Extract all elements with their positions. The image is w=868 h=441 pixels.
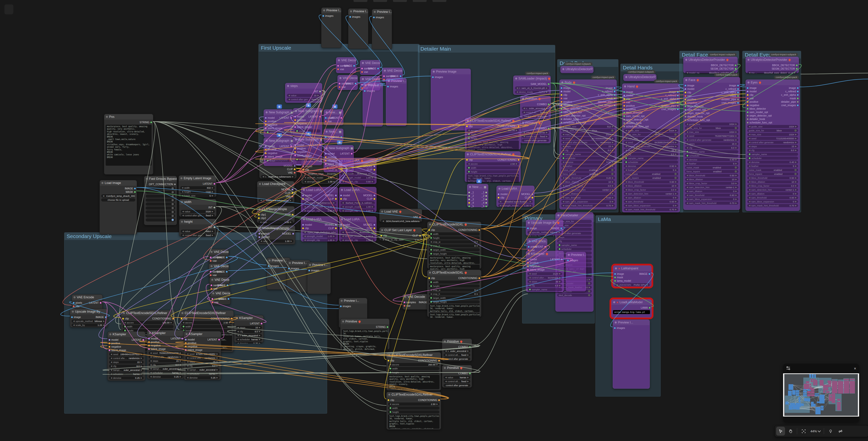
widget-choose-file-to-upload[interactable]: choose file to upload xyxy=(101,198,135,201)
input-slot-clip[interactable] xyxy=(340,198,342,200)
workflow-tab[interactable] xyxy=(373,0,387,2)
widget-toggle[interactable] xyxy=(146,191,175,194)
toggle-dot[interactable] xyxy=(735,127,737,129)
input-slot-negative[interactable] xyxy=(108,346,110,348)
widget-control-after-ge[interactable]: ◀control after ge ...fixed▶ xyxy=(444,380,470,383)
node-hand[interactable]: comfyui-impact-packHandimagemodelclipvae… xyxy=(622,84,680,212)
collapse-dot-icon[interactable] xyxy=(388,393,390,396)
widget-bbox-crop-factor[interactable]: ◀bbox_crop_factor3.0▶ xyxy=(624,188,678,191)
input-slot-samples[interactable] xyxy=(210,271,212,273)
input-slot-detailer-hook[interactable] xyxy=(561,118,562,120)
node-title-bar[interactable]: VAE Decode xyxy=(360,60,380,66)
input-slot-images[interactable] xyxy=(567,259,569,261)
widget-bbox-crop-factor[interactable]: ◀bbox_crop_factor3.0▶ xyxy=(685,182,738,185)
toggle-dot[interactable] xyxy=(172,187,174,189)
output-slot-cnet-images[interactable] xyxy=(677,108,679,110)
node-vae-decode[interactable]: VAE DecodesamplesvaeIMAGE xyxy=(209,249,229,263)
widget-target-width[interactable]: target_width xyxy=(429,296,480,300)
input-slot-bbox-detector[interactable] xyxy=(623,112,625,114)
widget-sam-detection-hint[interactable]: ◀sam_detection_hintcenter-1▶ xyxy=(624,192,678,195)
widget-steps[interactable]: ◀steps15▶ xyxy=(185,360,219,364)
output-slot-image[interactable] xyxy=(226,257,228,258)
collapse-dot-icon[interactable] xyxy=(625,76,627,78)
collapse-dot-icon[interactable] xyxy=(326,131,328,133)
node-samloader-impact[interactable]: comfyui-impact-packSAMLoader (Impact)SAM… xyxy=(513,75,551,95)
input-slot-scheduler-func-opt[interactable] xyxy=(747,122,748,123)
widget-strength-clip[interactable]: ◀strength_clip1.00▶ xyxy=(303,180,337,183)
node-preview-i[interactable]: Preview I...images xyxy=(613,319,650,389)
widget-steps[interactable]: steps xyxy=(326,166,352,170)
node-title-bar[interactable]: Primitive xyxy=(442,365,472,371)
prompt-textarea[interactable]: masterpiece, best quality, amazing quali… xyxy=(429,265,480,270)
widget-stop-at-clip-layer[interactable]: ◀stop_at_clip_layer-2▶ xyxy=(381,238,421,241)
collapse-dot-icon[interactable] xyxy=(123,312,125,314)
widget-control-after-generate[interactable]: ◀control after generaterandomize▶ xyxy=(624,145,678,148)
output-slot-sam-model[interactable] xyxy=(548,83,550,85)
input-slot-vae[interactable] xyxy=(623,101,625,103)
widget-ascore[interactable]: ◀ascore2.50▶ xyxy=(467,162,519,165)
output-slot-5[interactable] xyxy=(485,206,487,207)
node-title-bar[interactable]: Preview I... xyxy=(363,83,383,88)
node-title-bar[interactable]: UltralyticsDetectorP... xyxy=(624,74,656,80)
widget-cfg[interactable]: ◀cfg8.0▶ xyxy=(185,364,219,368)
widget-cfg[interactable]: cfg xyxy=(557,240,592,243)
output-slot-lama[interactable] xyxy=(649,307,651,309)
node-title-bar[interactable]: VAE Decode xyxy=(382,68,402,73)
widget-strength-model[interactable]: ◀strength_model1.00▶ xyxy=(303,205,336,209)
input-slot-pixels[interactable] xyxy=(325,117,327,119)
output-slot-4[interactable] xyxy=(485,202,487,204)
widget-control-after-ge[interactable]: ◀control after ge ...fixed▶ xyxy=(444,353,470,356)
widget-oversize-illustrious-gl[interactable]: ◀Oversize_..._Illustrious - Gl...▶ xyxy=(341,231,375,234)
output-slot-latent[interactable] xyxy=(290,117,292,119)
input-slot-vae[interactable] xyxy=(685,95,686,97)
node-ksampler[interactable]: KSamplermodelpositivenegativelatent_imag… xyxy=(147,330,184,379)
input-slot-3[interactable] xyxy=(468,198,470,200)
widget-crop-w[interactable]: ◀crop_w0▶ xyxy=(429,288,480,292)
widget-control-after-generate[interactable]: control after generate xyxy=(444,384,470,387)
output-slot-clip[interactable] xyxy=(374,169,375,170)
input-slot-model[interactable] xyxy=(623,95,625,96)
input-slot-model[interactable] xyxy=(498,193,499,195)
input-slot-positive[interactable] xyxy=(527,262,529,264)
node-title-bar[interactable]: CLIPTextEncodeSDXLRefiner xyxy=(465,118,520,123)
output-slot-c-enh-alpha[interactable] xyxy=(797,94,799,96)
collapse-dot-icon[interactable] xyxy=(557,214,559,216)
input-slot-samples[interactable] xyxy=(383,75,385,77)
node-title-bar[interactable]: KSampler xyxy=(184,332,221,337)
node-title-bar[interactable]: Preview I... xyxy=(386,78,406,84)
widget-width[interactable]: width xyxy=(429,232,480,235)
widget-model[interactable]: ◀model_...sam_vit_b_01ec64.pth▶ xyxy=(515,87,549,90)
widget-ascore[interactable]: ◀ascore250.00▶ xyxy=(467,129,519,132)
node-title-bar[interactable]: Preview I... xyxy=(321,8,341,13)
collapse-dot-icon[interactable] xyxy=(181,201,183,203)
collapse-dot-icon[interactable] xyxy=(747,82,749,84)
output-slot-int[interactable] xyxy=(319,91,321,92)
node-title-bar[interactable]: Upscale Image By xyxy=(70,309,107,314)
input-slot-image[interactable] xyxy=(527,227,529,229)
node-title-bar[interactable]: Hand xyxy=(622,84,680,89)
collapse-dot-icon[interactable] xyxy=(341,300,343,302)
widget-max-size[interactable]: ◀max_size1024▶ xyxy=(624,137,678,140)
collapse-dot-icon[interactable] xyxy=(295,110,297,112)
input-slot-images[interactable] xyxy=(364,90,366,92)
node-title-bar[interactable]: Load LoRA xyxy=(301,187,338,193)
node-preview-i[interactable]: Preview I...images xyxy=(566,252,586,291)
collapse-dot-icon[interactable] xyxy=(295,138,297,140)
widget-detailed-eyes-illustrio[interactable]: ◀Detailed eyes illustrio...▶ xyxy=(498,200,533,203)
input-slot-positive[interactable] xyxy=(685,98,686,100)
input-slot-latent-image[interactable] xyxy=(325,163,327,165)
collapse-dot-icon[interactable] xyxy=(106,116,108,118)
output-slot-image[interactable] xyxy=(227,284,228,286)
collapse-dot-icon[interactable] xyxy=(444,367,446,369)
output-slot-segm-detector[interactable] xyxy=(796,68,798,70)
widget-sdxl-lunaxlvae-luna-safetens[interactable]: ◀SDXL\lunaXLVAE_luna.safetens ...▶ xyxy=(381,220,421,223)
node-vae-decode[interactable]: VAE DecodesamplesvaeIMAGE xyxy=(209,277,229,291)
input-slot-positive[interactable] xyxy=(294,148,296,149)
widget-ckpt-name[interactable]: ◀ckpt_name4withultra.safetensors▶ xyxy=(261,175,295,178)
node-graph-canvas[interactable]: First UpscaleDetailer MainDetail BodyDet… xyxy=(0,0,868,441)
widget-toggle[interactable] xyxy=(146,214,175,218)
collapse-dot-icon[interactable] xyxy=(110,333,111,335)
node-ultralyticsdetectorprovider[interactable]: comfyui-impact-subpackUltralyticsDetecto… xyxy=(746,57,799,73)
widget-control-after-g[interactable]: ◀control after g...fixed▶ xyxy=(522,111,549,114)
widget-sampler-name[interactable]: ◀sampler_nameeuler_ancestral▶ xyxy=(149,367,183,370)
